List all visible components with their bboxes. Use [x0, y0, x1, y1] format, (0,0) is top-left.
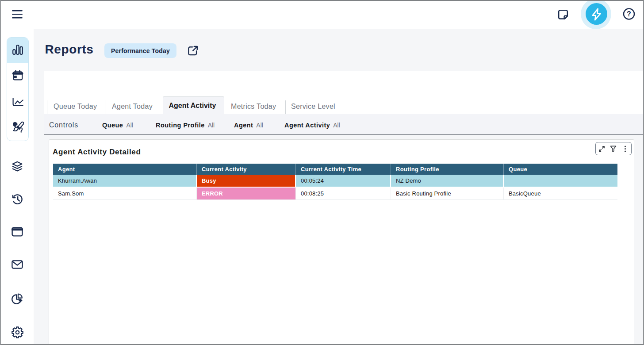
svg-text:?: ?: [627, 10, 631, 18]
